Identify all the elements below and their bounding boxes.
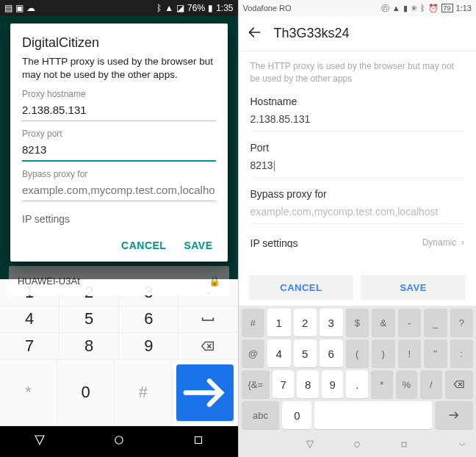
key-bang[interactable]: ! — [398, 339, 422, 367]
screen-body: HUAWEI-U3At 🔒 DigitalCitizen The HTTP pr… — [0, 16, 238, 279]
key-2[interactable]: 2 — [294, 309, 317, 337]
nav-recent-icon[interactable] — [399, 439, 409, 453]
port-input[interactable]: 8213 — [250, 159, 465, 178]
battery-text: 76% — [187, 3, 205, 13]
no-sim-icon: ◪ — [176, 3, 184, 13]
key-lparen[interactable]: ( — [346, 339, 369, 367]
key-rparen[interactable]: ) — [372, 339, 395, 367]
key-3[interactable]: 3 — [320, 309, 343, 337]
status-bar: Vodafone RO ⓝ ▲ ▮ ✳ ᛒ ⏰ 79 1:13 — [239, 0, 477, 16]
key-go[interactable] — [176, 364, 233, 422]
key-hash[interactable]: # — [115, 360, 172, 426]
key-amp[interactable]: & — [372, 309, 395, 337]
key-quote[interactable]: " — [424, 339, 447, 367]
key-percent[interactable]: % — [396, 370, 418, 398]
bypass-label: Bypass proxy for — [22, 169, 216, 179]
back-button[interactable] — [248, 25, 262, 43]
key-space[interactable] — [314, 401, 432, 429]
dialog-title: DigitalCitizen — [22, 35, 216, 51]
svg-rect-1 — [195, 437, 201, 444]
nav-home-icon[interactable] — [352, 439, 362, 453]
key-star[interactable]: * — [0, 360, 57, 426]
status-bar: ▤ ▣ ☁ ᛒ ▲ ◪ 76% ▮ 1:35 — [0, 0, 238, 16]
phone-left: ▤ ▣ ☁ ᛒ ▲ ◪ 76% ▮ 1:35 HUAWEI-U3At 🔒 Dig… — [0, 0, 239, 457]
bypass-label: Bypass proxy for — [250, 188, 465, 200]
key-backspace[interactable] — [445, 370, 473, 398]
key-5[interactable]: 5 — [60, 306, 119, 334]
save-button[interactable]: SAVE — [184, 240, 212, 251]
battery-text: 79 — [441, 4, 453, 12]
key-9[interactable]: 9 — [119, 333, 178, 360]
key-6[interactable]: 6 — [119, 306, 178, 334]
carrier-text: Vodafone RO — [243, 4, 292, 12]
key-4[interactable]: 4 — [267, 339, 291, 367]
ip-value: Dynamic › — [422, 237, 464, 248]
key-4[interactable]: 4 — [0, 306, 60, 334]
keyboard: # 1 2 3 $ & - _ ? @ 4 5 6 ( ) ! " : {&= … — [239, 306, 477, 435]
battery-icon: ▮ — [208, 3, 213, 13]
key-go[interactable] — [435, 401, 473, 429]
key-9[interactable]: 9 — [322, 370, 344, 398]
dialog-actions: CANCEL SAVE — [239, 269, 477, 306]
hostname-label: Hostname — [250, 96, 465, 107]
key-at[interactable]: @ — [242, 339, 265, 367]
key-hash[interactable]: # — [242, 309, 265, 337]
key-8[interactable]: 8 — [297, 370, 319, 398]
bypass-field: Bypass proxy for — [22, 169, 216, 201]
hostname-input[interactable]: 2.138.85.131 — [250, 113, 465, 132]
cloud-icon: ☁ — [26, 3, 35, 13]
wifi-icon: ▲ — [392, 4, 400, 12]
hostname-input[interactable] — [22, 101, 216, 121]
svg-rect-3 — [402, 442, 406, 447]
key-6[interactable]: 6 — [320, 339, 343, 367]
key-symbols[interactable]: {&= — [242, 370, 270, 398]
bypass-input[interactable]: example.com,mycomp.test.com,localhost — [250, 206, 465, 224]
nav-recent-icon[interactable] — [192, 433, 205, 450]
key-7[interactable]: 7 — [273, 370, 295, 398]
ip-label: IP settings — [250, 237, 298, 248]
key-0[interactable]: 0 — [57, 360, 115, 426]
key-abc[interactable]: abc — [242, 401, 280, 429]
key-dash[interactable]: - — [398, 309, 422, 337]
save-button[interactable]: SAVE — [361, 275, 466, 300]
dialog-actions: CANCEL SAVE — [22, 231, 216, 257]
key-underscore[interactable]: _ — [424, 309, 447, 337]
proxy-note: The HTTP proxy is used by the browser bu… — [250, 60, 465, 85]
notification-icon: ▤ — [4, 3, 12, 13]
dialog-note: The HTTP proxy is used by the browser bu… — [22, 55, 216, 82]
svg-point-2 — [355, 442, 360, 447]
image-icon: ▣ — [15, 3, 24, 13]
key-star[interactable]: * — [371, 370, 393, 398]
key-question[interactable]: ? — [450, 309, 474, 337]
key-8[interactable]: 8 — [60, 333, 119, 360]
key-5[interactable]: 5 — [294, 339, 317, 367]
cancel-button[interactable]: CANCEL — [121, 240, 166, 251]
bypass-input[interactable] — [22, 181, 216, 201]
key-space[interactable] — [178, 306, 237, 334]
nav-bar — [0, 426, 238, 457]
key-0[interactable]: 0 — [282, 401, 311, 429]
header: Th3G33ks24 — [239, 16, 477, 51]
hide-keyboard-icon[interactable] — [457, 439, 467, 453]
key-period[interactable]: . — [346, 370, 368, 398]
port-field: Proxy port — [22, 129, 216, 162]
nav-back-icon[interactable] — [305, 439, 315, 453]
key-colon[interactable]: : — [450, 339, 474, 367]
nav-home-icon[interactable] — [112, 433, 126, 450]
key-7[interactable]: 7 — [0, 333, 60, 360]
key-slash[interactable]: / — [420, 370, 442, 398]
nav-back-icon[interactable] — [33, 433, 46, 450]
phone-right: Vodafone RO ⓝ ▲ ▮ ✳ ᛒ ⏰ 79 1:13 Th3G33ks… — [239, 0, 477, 457]
bluetooth-icon: ᛒ — [420, 4, 425, 12]
key-backspace[interactable] — [178, 333, 237, 360]
hostname-field: Proxy hostname — [22, 89, 216, 121]
signal-icon: ▮ — [403, 4, 408, 13]
ip-settings-row[interactable]: IP settings — [22, 209, 216, 231]
ip-settings-row[interactable]: IP settings Dynamic › — [250, 234, 465, 248]
cancel-button[interactable]: CANCEL — [249, 275, 354, 300]
nfc-icon: ⓝ — [381, 3, 389, 14]
bluetooth-icon: ᛒ — [156, 3, 162, 13]
port-input[interactable] — [22, 140, 216, 162]
key-1[interactable]: 1 — [267, 309, 291, 337]
key-dollar[interactable]: $ — [346, 309, 369, 337]
